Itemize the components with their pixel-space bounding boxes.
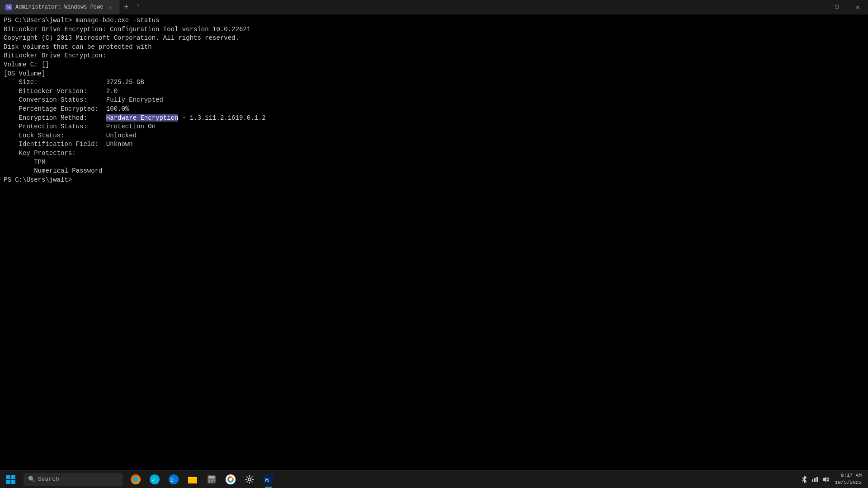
- svg-rect-11: [188, 478, 197, 483]
- terminal-line: Encryption Method: Hardware Encryption -…: [4, 114, 864, 123]
- svg-rect-4: [6, 480, 10, 484]
- terminal-line: Numerical Password: [4, 167, 864, 176]
- svg-rect-20: [213, 481, 215, 483]
- terminal-line: Volume C: []: [4, 61, 864, 70]
- svg-rect-18: [208, 481, 210, 483]
- tab-dropdown-button[interactable]: ˅: [133, 4, 143, 11]
- chrome-icon: [226, 474, 236, 484]
- taskbar-app-chrome[interactable]: [222, 470, 240, 488]
- svg-rect-19: [211, 481, 212, 483]
- settings-icon: [245, 474, 255, 484]
- svg-line-31: [251, 476, 252, 477]
- terminal-line: Percentage Encrypted: 100.0%: [4, 105, 864, 114]
- tab-close-button[interactable]: ✕: [107, 4, 113, 11]
- svg-marker-38: [823, 477, 826, 482]
- terminal-tab[interactable]: PS Administrator: Windows Powe ✕: [0, 0, 119, 14]
- title-bar: PS Administrator: Windows Powe ✕ + ˅ ─ □…: [0, 0, 868, 14]
- edge-icon: e: [169, 474, 179, 484]
- bluetooth-icon[interactable]: [800, 475, 809, 484]
- svg-rect-36: [814, 478, 816, 482]
- taskbar-app-edge[interactable]: e: [165, 470, 183, 488]
- svg-rect-17: [213, 479, 215, 481]
- terminal-line: TPM: [4, 158, 864, 167]
- svg-text:✓: ✓: [152, 477, 155, 483]
- svg-rect-16: [211, 479, 212, 481]
- svg-rect-12: [188, 477, 192, 479]
- clock-time: 9:17 AM: [835, 472, 862, 479]
- svg-rect-2: [6, 475, 10, 479]
- search-icon: 🔍: [28, 476, 35, 483]
- svg-line-32: [247, 481, 248, 482]
- svg-text:PS: PS: [6, 5, 11, 10]
- svg-rect-14: [208, 476, 215, 479]
- terminal-line: Lock Status: Unlocked: [4, 131, 864, 141]
- powershell-icon: PS: [264, 474, 274, 484]
- terminal-line: Identification Field: Unknown: [4, 140, 864, 149]
- terminal-line: Size: 3725.25 GB: [4, 78, 864, 87]
- terminal-line: PS C:\Users\jwalt>: [4, 176, 864, 185]
- taskbar-app-firefox[interactable]: [127, 470, 145, 488]
- taskbar-app-settings[interactable]: [241, 470, 259, 488]
- taskbar-app-calculator[interactable]: [203, 470, 221, 488]
- terminal-line: Protection Status: Protection On: [4, 122, 864, 131]
- taskbar-apps: ✓ e: [127, 470, 278, 488]
- start-button[interactable]: [0, 470, 22, 488]
- terminal-line: Conversion Status: Fully Encrypted: [4, 96, 864, 105]
- taskbar: 🔍 Search ✓ e: [0, 470, 868, 488]
- terminal-line: [OS Volume]: [4, 70, 864, 79]
- svg-point-24: [248, 478, 251, 481]
- terminal-line: PS C:\Users\jwalt> manage-bde.exe -statu…: [4, 16, 864, 25]
- terminal-line: Disk volumes that can be protected with: [4, 43, 864, 52]
- calculator-icon: [207, 474, 217, 484]
- svg-line-30: [251, 481, 252, 482]
- file-explorer-icon: [188, 474, 198, 484]
- search-label: Search: [38, 476, 59, 483]
- firefox-icon: [131, 474, 141, 484]
- windows-security-icon: ✓: [150, 474, 160, 484]
- terminal-line: BitLocker Version: 2.0: [4, 87, 864, 96]
- terminal-line: Copyright (C) 2013 Microsoft Corporation…: [4, 34, 864, 43]
- new-tab-button[interactable]: +: [119, 3, 133, 12]
- minimize-button[interactable]: ─: [806, 0, 826, 14]
- clock-date: 10/5/2023: [835, 479, 862, 486]
- svg-line-29: [247, 476, 248, 477]
- highlighted-text: Hardware Encryption: [106, 114, 179, 122]
- terminal-line: BitLocker Drive Encryption: Configuratio…: [4, 25, 864, 34]
- taskbar-app-security[interactable]: ✓: [146, 470, 164, 488]
- terminal-line: BitLocker Drive Encryption:: [4, 52, 864, 61]
- window-controls: ─ □ ✕: [806, 0, 868, 14]
- tab-area: PS Administrator: Windows Powe ✕ + ˅: [0, 0, 143, 14]
- svg-rect-3: [11, 475, 15, 479]
- windows-logo-icon: [6, 475, 15, 484]
- terminal-output: PS C:\Users\jwalt> manage-bde.exe -statu…: [0, 14, 868, 470]
- svg-rect-37: [816, 477, 818, 482]
- taskbar-app-powershell[interactable]: PS: [259, 470, 278, 488]
- terminal-line: Key Protectors:: [4, 149, 864, 158]
- taskbar-app-explorer[interactable]: [184, 470, 202, 488]
- close-button[interactable]: ✕: [847, 0, 868, 14]
- network-icon[interactable]: [811, 475, 820, 484]
- volume-icon[interactable]: [821, 475, 830, 484]
- svg-rect-35: [812, 479, 813, 482]
- powershell-tab-icon: PS: [5, 4, 12, 10]
- system-clock[interactable]: 9:17 AM 10/5/2023: [832, 472, 864, 486]
- system-tray: 9:17 AM 10/5/2023: [800, 472, 868, 486]
- svg-text:PS: PS: [264, 478, 269, 483]
- taskbar-search[interactable]: 🔍 Search: [24, 473, 123, 486]
- svg-rect-15: [208, 479, 210, 481]
- svg-text:e: e: [170, 476, 174, 483]
- svg-rect-5: [11, 480, 15, 484]
- maximize-button[interactable]: □: [826, 0, 847, 14]
- tab-title: Administrator: Windows Powe: [15, 4, 103, 10]
